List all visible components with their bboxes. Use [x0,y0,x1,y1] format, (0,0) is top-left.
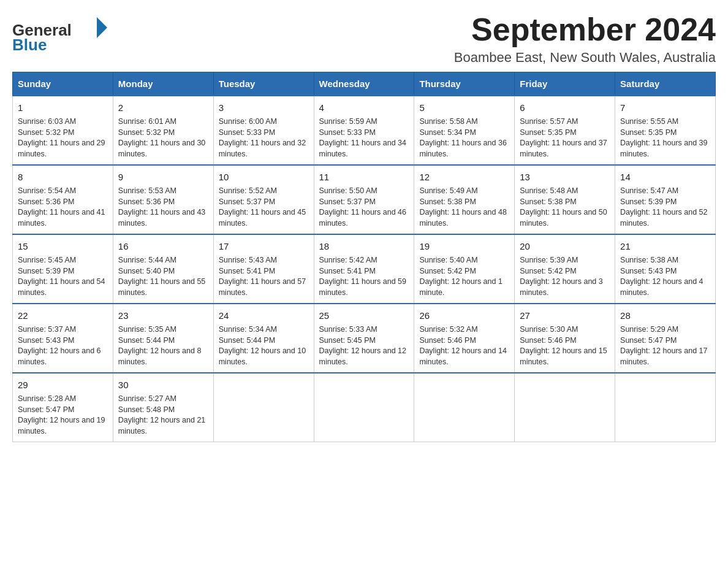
day-number: 5 [419,101,509,114]
calendar-week-row: 29Sunrise: 5:28 AMSunset: 5:47 PMDayligh… [13,373,716,442]
day-number: 19 [419,240,509,253]
day-number: 16 [118,240,208,253]
calendar-day-cell: 5Sunrise: 5:58 AMSunset: 5:34 PMDaylight… [414,96,515,165]
day-number: 6 [520,101,610,114]
day-info: Sunrise: 5:39 AMSunset: 5:42 PMDaylight:… [520,255,610,298]
day-info: Sunrise: 5:59 AMSunset: 5:33 PMDaylight:… [319,117,409,159]
logo: General Blue [12,12,110,55]
day-of-week-header: Thursday [414,72,515,96]
calendar-day-cell: 30Sunrise: 5:27 AMSunset: 5:48 PMDayligh… [113,373,213,442]
calendar-day-cell: 17Sunrise: 5:43 AMSunset: 5:41 PMDayligh… [213,234,314,304]
calendar-day-cell: 6Sunrise: 5:57 AMSunset: 5:35 PMDaylight… [515,96,615,165]
calendar-day-cell: 10Sunrise: 5:52 AMSunset: 5:37 PMDayligh… [213,165,314,234]
calendar-week-row: 15Sunrise: 5:45 AMSunset: 5:39 PMDayligh… [13,234,716,304]
day-info: Sunrise: 5:30 AMSunset: 5:46 PMDaylight:… [520,324,610,367]
day-info: Sunrise: 5:32 AMSunset: 5:46 PMDaylight:… [419,324,509,367]
logo-svg: General Blue [12,12,110,55]
day-number: 11 [319,170,409,183]
day-number: 8 [18,170,108,183]
calendar-day-cell: 23Sunrise: 5:35 AMSunset: 5:44 PMDayligh… [113,304,213,373]
day-number: 13 [520,170,610,183]
calendar-day-cell: 16Sunrise: 5:44 AMSunset: 5:40 PMDayligh… [113,234,213,304]
calendar-table: SundayMondayTuesdayWednesdayThursdayFrid… [12,72,716,442]
calendar-day-cell: 20Sunrise: 5:39 AMSunset: 5:42 PMDayligh… [515,234,615,304]
day-info: Sunrise: 5:54 AMSunset: 5:36 PMDaylight:… [18,186,108,229]
day-info: Sunrise: 5:49 AMSunset: 5:38 PMDaylight:… [419,186,509,229]
day-info: Sunrise: 5:48 AMSunset: 5:38 PMDaylight:… [520,186,610,229]
day-info: Sunrise: 5:53 AMSunset: 5:36 PMDaylight:… [118,186,208,229]
calendar-day-cell: 28Sunrise: 5:29 AMSunset: 5:47 PMDayligh… [615,304,716,373]
calendar-day-cell: 3Sunrise: 6:00 AMSunset: 5:33 PMDaylight… [213,96,314,165]
day-info: Sunrise: 5:28 AMSunset: 5:47 PMDaylight:… [18,394,108,437]
day-number: 2 [118,101,208,114]
calendar-day-cell: 12Sunrise: 5:49 AMSunset: 5:38 PMDayligh… [414,165,515,234]
day-number: 18 [319,240,409,253]
day-info: Sunrise: 5:57 AMSunset: 5:35 PMDaylight:… [520,117,610,159]
calendar-day-cell: 27Sunrise: 5:30 AMSunset: 5:46 PMDayligh… [515,304,615,373]
page-header: General Blue September 2024 Boambee East… [12,12,716,66]
day-info: Sunrise: 5:55 AMSunset: 5:35 PMDaylight:… [620,117,710,159]
day-info: Sunrise: 5:50 AMSunset: 5:37 PMDaylight:… [319,186,409,229]
day-number: 15 [18,240,108,253]
calendar-day-cell [213,373,314,442]
calendar-day-cell: 21Sunrise: 5:38 AMSunset: 5:43 PMDayligh… [615,234,716,304]
calendar-week-row: 8Sunrise: 5:54 AMSunset: 5:36 PMDaylight… [13,165,716,234]
day-info: Sunrise: 6:00 AMSunset: 5:33 PMDaylight:… [219,117,309,159]
day-number: 9 [118,170,208,183]
day-info: Sunrise: 5:40 AMSunset: 5:42 PMDaylight:… [419,255,509,298]
day-info: Sunrise: 5:58 AMSunset: 5:34 PMDaylight:… [419,117,509,159]
day-info: Sunrise: 5:42 AMSunset: 5:41 PMDaylight:… [319,255,409,298]
day-number: 20 [520,240,610,253]
title-block: September 2024 Boambee East, New South W… [454,12,716,66]
day-info: Sunrise: 5:34 AMSunset: 5:44 PMDaylight:… [219,324,309,367]
calendar-day-cell: 7Sunrise: 5:55 AMSunset: 5:35 PMDaylight… [615,96,716,165]
day-of-week-header: Saturday [615,72,716,96]
day-of-week-header: Monday [113,72,213,96]
day-number: 28 [620,309,710,322]
calendar-day-cell: 29Sunrise: 5:28 AMSunset: 5:47 PMDayligh… [13,373,113,442]
calendar-day-cell: 18Sunrise: 5:42 AMSunset: 5:41 PMDayligh… [314,234,414,304]
day-number: 7 [620,101,710,114]
calendar-week-row: 22Sunrise: 5:37 AMSunset: 5:43 PMDayligh… [13,304,716,373]
day-info: Sunrise: 5:52 AMSunset: 5:37 PMDaylight:… [219,186,309,229]
day-info: Sunrise: 5:35 AMSunset: 5:44 PMDaylight:… [118,324,208,367]
day-of-week-header: Wednesday [314,72,414,96]
day-info: Sunrise: 6:03 AMSunset: 5:32 PMDaylight:… [18,117,108,159]
calendar-day-cell: 2Sunrise: 6:01 AMSunset: 5:32 PMDaylight… [113,96,213,165]
day-of-week-header: Tuesday [213,72,314,96]
day-info: Sunrise: 5:29 AMSunset: 5:47 PMDaylight:… [620,324,710,367]
day-info: Sunrise: 5:27 AMSunset: 5:48 PMDaylight:… [118,394,208,437]
day-number: 22 [18,309,108,322]
day-number: 10 [219,170,309,183]
calendar-day-cell: 9Sunrise: 5:53 AMSunset: 5:36 PMDaylight… [113,165,213,234]
calendar-day-cell [414,373,515,442]
calendar-header-row: SundayMondayTuesdayWednesdayThursdayFrid… [13,72,716,96]
day-number: 1 [18,101,108,114]
day-number: 23 [118,309,208,322]
day-info: Sunrise: 5:43 AMSunset: 5:41 PMDaylight:… [219,255,309,298]
calendar-day-cell [615,373,716,442]
calendar-day-cell: 8Sunrise: 5:54 AMSunset: 5:36 PMDaylight… [13,165,113,234]
day-number: 25 [319,309,409,322]
day-of-week-header: Friday [515,72,615,96]
day-number: 29 [18,378,108,391]
calendar-day-cell: 26Sunrise: 5:32 AMSunset: 5:46 PMDayligh… [414,304,515,373]
day-number: 26 [419,309,509,322]
calendar-day-cell [314,373,414,442]
day-number: 4 [319,101,409,114]
day-number: 24 [219,309,309,322]
calendar-day-cell: 22Sunrise: 5:37 AMSunset: 5:43 PMDayligh… [13,304,113,373]
calendar-day-cell [515,373,615,442]
day-info: Sunrise: 5:45 AMSunset: 5:39 PMDaylight:… [18,255,108,298]
day-info: Sunrise: 5:47 AMSunset: 5:39 PMDaylight:… [620,186,710,229]
calendar-day-cell: 13Sunrise: 5:48 AMSunset: 5:38 PMDayligh… [515,165,615,234]
day-info: Sunrise: 6:01 AMSunset: 5:32 PMDaylight:… [118,117,208,159]
month-title: September 2024 [454,12,716,47]
day-number: 27 [520,309,610,322]
calendar-day-cell: 4Sunrise: 5:59 AMSunset: 5:33 PMDaylight… [314,96,414,165]
day-info: Sunrise: 5:33 AMSunset: 5:45 PMDaylight:… [319,324,409,367]
calendar-day-cell: 14Sunrise: 5:47 AMSunset: 5:39 PMDayligh… [615,165,716,234]
calendar-day-cell: 19Sunrise: 5:40 AMSunset: 5:42 PMDayligh… [414,234,515,304]
calendar-day-cell: 11Sunrise: 5:50 AMSunset: 5:37 PMDayligh… [314,165,414,234]
day-of-week-header: Sunday [13,72,113,96]
